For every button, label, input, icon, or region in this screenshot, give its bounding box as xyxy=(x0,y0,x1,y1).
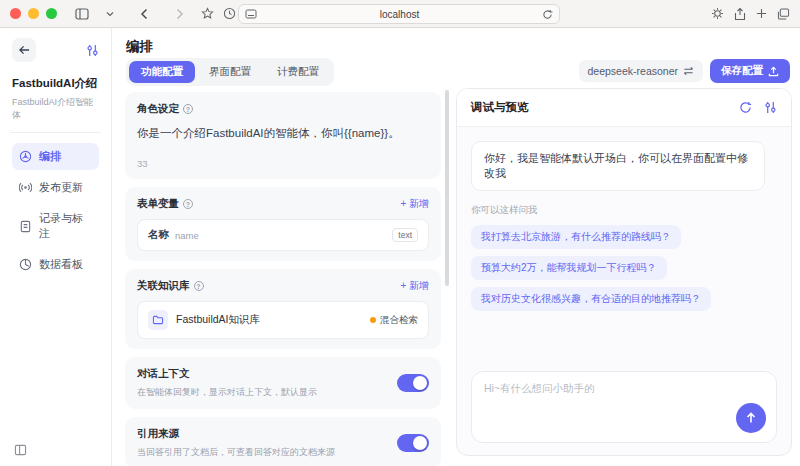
knowledge-name: FastbuildAI知识库 xyxy=(176,313,260,327)
add-variable-link[interactable]: + 新增 xyxy=(400,197,429,211)
browser-sidebar-icon[interactable] xyxy=(71,4,93,24)
swap-model-icon xyxy=(683,66,694,76)
chat-input-box xyxy=(471,371,777,443)
extensions-icon[interactable] xyxy=(711,7,724,20)
config-scrollbar[interactable] xyxy=(445,90,449,286)
sidebar-item-records[interactable]: 记录与标注 xyxy=(12,205,99,247)
tab-billing-config[interactable]: 计费配置 xyxy=(265,61,331,83)
suggestion-chip[interactable]: 我打算去北京旅游，有什么推荐的路线吗？ xyxy=(471,225,681,249)
tab-function-config[interactable]: 功能配置 xyxy=(129,61,195,83)
chat-input[interactable] xyxy=(472,372,776,442)
sidebar-item-orchestrate[interactable]: 编排 xyxy=(12,143,99,170)
sidebar-divider xyxy=(10,132,101,133)
context-title: 对话上下文 xyxy=(137,367,317,381)
suggestions-label: 你可以这样问我 xyxy=(471,204,777,217)
agent-name: FastbuildAI介绍 xyxy=(12,76,99,91)
context-toggle-card: 对话上下文 在智能体回复时，显示对话上下文，默认显示 xyxy=(125,357,441,409)
main-panel: 编排 功能配置 界面配置 计费配置 deepseek-reasoner 保存配置 xyxy=(112,28,800,466)
sidebar-item-label: 编排 xyxy=(39,149,61,164)
form-variables-card: 表单变量 ? + 新增 名称 name text xyxy=(125,187,441,261)
star-icon[interactable] xyxy=(196,4,218,24)
retrieval-mode-label: 混合检索 xyxy=(380,314,418,327)
citation-desc: 当回答引用了文档后，可查看回答对应的文档来源 xyxy=(137,446,335,459)
sidebar-item-label: 发布更新 xyxy=(39,180,83,195)
config-column: 角色设定 ? 你是一个介绍FastbuildAI的智能体，你叫{{name}}。… xyxy=(125,92,441,466)
zoom-window-icon[interactable] xyxy=(46,8,57,19)
reader-icon[interactable] xyxy=(245,9,257,19)
window-controls xyxy=(10,8,57,19)
sidebar-item-dashboard[interactable]: 数据看板 xyxy=(12,251,99,278)
address-bar[interactable]: localhost xyxy=(238,4,560,24)
minimize-window-icon[interactable] xyxy=(28,8,39,19)
knowledge-base-label: 关联知识库 xyxy=(137,279,190,293)
retrieval-mode: 混合检索 xyxy=(370,314,418,327)
upload-icon xyxy=(768,66,779,77)
dashboard-icon xyxy=(19,258,32,271)
knowledge-row[interactable]: FastbuildAI知识库 混合检索 xyxy=(137,301,429,339)
role-setting-label: 角色设定 xyxy=(137,102,179,116)
variable-type-badge: text xyxy=(392,228,418,242)
page-title: 编排 xyxy=(126,38,153,56)
sidebar-item-label: 记录与标注 xyxy=(39,211,92,241)
agent-sidebar: FastbuildAI介绍 FastbuildAI介绍智能体 编排 发布更新 记 xyxy=(0,28,112,466)
reload-icon[interactable] xyxy=(542,9,553,20)
chevron-down-icon[interactable] xyxy=(99,4,121,24)
sidebar-item-publish[interactable]: 发布更新 xyxy=(12,174,99,201)
context-toggle[interactable] xyxy=(397,374,429,392)
folder-icon xyxy=(148,310,168,330)
save-config-label: 保存配置 xyxy=(721,64,763,78)
model-selector[interactable]: deepseek-reasoner xyxy=(579,60,703,82)
back-icon[interactable] xyxy=(133,4,155,24)
close-window-icon[interactable] xyxy=(10,8,21,19)
refresh-icon[interactable] xyxy=(739,101,752,114)
variable-key: name xyxy=(175,230,199,241)
char-count: 33 xyxy=(137,158,429,169)
citation-toggle-card: 引用来源 当回答引用了文档后，可查看回答对应的文档来源 xyxy=(125,417,441,466)
file-text-icon xyxy=(19,220,32,233)
send-button[interactable] xyxy=(736,403,766,433)
share-icon[interactable] xyxy=(734,7,746,21)
preview-panel: 调试与预览 你好，我是智能体默认开场白，你可以在界面配置中修改我 你可以这样问我… xyxy=(456,88,792,456)
config-tabs: 功能配置 界面配置 计费配置 xyxy=(126,58,334,86)
form-variables-label: 表单变量 xyxy=(137,197,179,211)
tab-overview-icon[interactable] xyxy=(777,8,790,20)
role-setting-card: 角色设定 ? 你是一个介绍FastbuildAI的智能体，你叫{{name}}。… xyxy=(125,92,441,179)
sidebar-item-label: 数据看板 xyxy=(39,257,83,272)
variable-name: 名称 xyxy=(148,228,169,242)
context-desc: 在智能体回复时，显示对话上下文，默认显示 xyxy=(137,386,317,399)
browser-toolbar: localhost xyxy=(0,0,800,28)
back-button[interactable] xyxy=(12,38,36,62)
suggestion-chip[interactable]: 我对历史文化很感兴趣，有合适的目的地推荐吗？ xyxy=(471,287,711,311)
help-icon[interactable]: ? xyxy=(183,199,193,209)
app-content: FastbuildAI介绍 FastbuildAI介绍智能体 编排 发布更新 记 xyxy=(0,28,800,466)
orchestrate-icon xyxy=(19,150,32,163)
role-prompt-text[interactable]: 你是一个介绍FastbuildAI的智能体，你叫{{name}}。 xyxy=(137,125,429,142)
tab-interface-config[interactable]: 界面配置 xyxy=(197,61,263,83)
history-icon[interactable] xyxy=(218,4,240,24)
help-icon[interactable]: ? xyxy=(194,281,204,291)
forward-icon[interactable] xyxy=(169,4,191,24)
suggestion-chip[interactable]: 预算大约2万，能帮我规划一下行程吗？ xyxy=(471,256,667,280)
collapse-sidebar-icon[interactable] xyxy=(14,444,27,456)
broadcast-icon xyxy=(19,181,32,194)
knowledge-base-card: 关联知识库 ? + 新增 FastbuildAI知识库 混合检索 xyxy=(125,269,441,349)
citation-title: 引用来源 xyxy=(137,427,335,441)
add-knowledge-link[interactable]: + 新增 xyxy=(400,279,429,293)
greeting-bubble: 你好，我是智能体默认开场白，你可以在界面配置中修改我 xyxy=(471,141,765,191)
new-tab-icon[interactable] xyxy=(756,8,767,19)
help-icon[interactable]: ? xyxy=(183,104,193,114)
preview-settings-icon[interactable] xyxy=(764,101,777,114)
model-name: deepseek-reasoner xyxy=(588,65,678,77)
save-config-button[interactable]: 保存配置 xyxy=(710,59,790,83)
citation-toggle[interactable] xyxy=(397,434,429,452)
status-dot xyxy=(370,317,376,323)
variable-row[interactable]: 名称 name text xyxy=(137,219,429,251)
agent-settings-icon[interactable] xyxy=(86,44,99,57)
url-text: localhost xyxy=(257,9,542,20)
agent-description: FastbuildAI介绍智能体 xyxy=(12,96,99,122)
preview-title: 调试与预览 xyxy=(471,100,529,115)
browser-window: localhost xyxy=(0,0,800,466)
